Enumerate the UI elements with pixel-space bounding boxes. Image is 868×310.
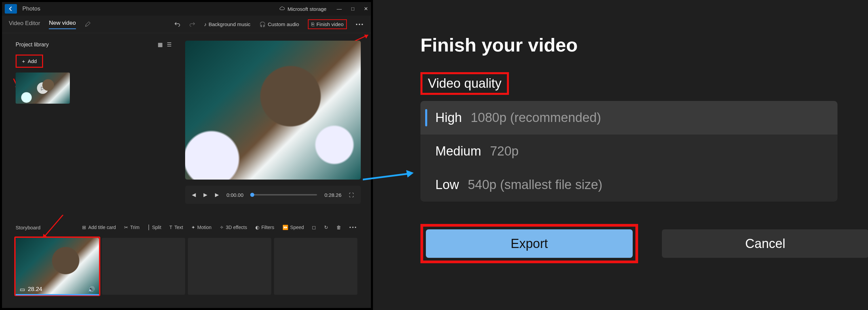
finish-video-dialog: Finish your video Video quality High 108…	[373, 0, 868, 310]
cancel-button[interactable]: Cancel	[662, 229, 868, 258]
storage-indicator[interactable]: Microsoft storage	[279, 6, 327, 12]
tab-bar: Video Editor New video ♪Background music…	[2, 16, 371, 33]
titlebar: Photos Microsoft storage — □ ✕	[2, 2, 371, 16]
project-library-panel: Project library ▦ ☰ + Add ▷	[2, 33, 185, 220]
storyboard-empty-slot[interactable]	[102, 238, 185, 295]
quality-option-high[interactable]: High 1080p (recommended)	[420, 101, 837, 135]
split-button[interactable]: ⎮ Split	[147, 225, 161, 230]
time-current: 0:00.00	[226, 192, 243, 198]
storyboard-empty-slot[interactable]	[188, 238, 271, 295]
play-button[interactable]: ▶	[203, 192, 208, 198]
3d-effects-button[interactable]: ✧ 3D effects	[220, 225, 247, 230]
quality-options-list: High 1080p (recommended) Medium 720p Low…	[420, 101, 837, 202]
redo-button[interactable]	[189, 21, 195, 27]
time-total: 0:28.26	[324, 192, 341, 198]
undo-button[interactable]	[174, 21, 180, 27]
video-preview[interactable]	[185, 41, 361, 180]
rename-icon[interactable]	[85, 22, 90, 27]
fullscreen-button[interactable]: ⛶	[349, 192, 354, 198]
annotation-arrow-icon	[363, 169, 417, 183]
background-music-button[interactable]: ♪Background music	[204, 21, 251, 27]
storyboard-toolbar: Storyboard ⊞ Add title card ✂ Trim ⎮ Spl…	[2, 220, 371, 235]
photos-video-editor: Photos Microsoft storage — □ ✕ Video Edi…	[0, 0, 373, 310]
preview-panel: ◀ ▶ ▶ 0:00.00 0:28.26 ⛶	[185, 33, 371, 220]
storyboard-more-button[interactable]: •••	[349, 225, 357, 230]
clip-duration: 28.24	[28, 286, 42, 293]
crop-button[interactable]: ◻	[312, 225, 316, 230]
back-button[interactable]	[5, 4, 17, 14]
storyboard-empty-slot[interactable]	[274, 238, 357, 295]
filters-button[interactable]: ◐ Filters	[255, 225, 274, 230]
app-title: Photos	[22, 5, 40, 12]
quality-option-medium[interactable]: Medium 720p	[420, 135, 837, 168]
speed-button[interactable]: ⏩ Speed	[282, 225, 304, 230]
list-view-icon[interactable]: ☰	[167, 41, 172, 48]
play-icon: ▷	[37, 82, 48, 94]
plus-icon: +	[22, 58, 25, 64]
library-clip-thumbnail[interactable]: ▷	[16, 73, 70, 104]
motion-button[interactable]: ✦ Motion	[191, 225, 212, 230]
dialog-title: Finish your video	[420, 34, 868, 56]
tab-new-video[interactable]: New video	[49, 20, 76, 29]
add-media-button[interactable]: + Add	[17, 56, 41, 66]
arrow-left-icon	[8, 6, 14, 12]
next-frame-button[interactable]: ▶	[215, 192, 219, 198]
seek-bar[interactable]	[251, 194, 317, 195]
delete-button[interactable]: 🗑	[336, 225, 341, 230]
export-button[interactable]: Export	[426, 229, 633, 258]
svg-line-6	[363, 173, 410, 180]
volume-icon[interactable]: 🔊	[88, 286, 95, 293]
text-button[interactable]: T Text	[170, 225, 183, 230]
cloud-icon	[279, 6, 285, 12]
close-button[interactable]: ✕	[364, 6, 368, 12]
prev-frame-button[interactable]: ◀	[192, 192, 196, 198]
project-library-title: Project library	[16, 42, 49, 48]
grid-view-icon[interactable]: ▦	[158, 41, 163, 48]
storyboard-clips: ▭ 28.24 🔊	[2, 235, 371, 295]
aspect-icon: ▭	[20, 286, 25, 293]
quality-option-low[interactable]: Low 540p (smallest file size)	[420, 168, 837, 202]
maximize-button[interactable]: □	[351, 6, 354, 12]
player-controls: ◀ ▶ ▶ 0:00.00 0:28.26 ⛶	[185, 186, 361, 204]
more-button[interactable]: •••	[356, 21, 364, 27]
storyboard-label: Storyboard	[16, 225, 40, 230]
rotate-button[interactable]: ↻	[324, 225, 328, 230]
custom-audio-button[interactable]: 🎧Custom audio	[259, 21, 299, 27]
storyboard-clip[interactable]: ▭ 28.24 🔊	[16, 238, 99, 295]
video-quality-label: Video quality	[422, 74, 507, 93]
add-title-card-button[interactable]: ⊞ Add title card	[82, 225, 116, 230]
svg-marker-7	[406, 170, 414, 178]
trim-button[interactable]: ✂ Trim	[124, 225, 139, 230]
tab-video-editor[interactable]: Video Editor	[9, 20, 40, 29]
finish-video-button[interactable]: ⎘Finish video	[308, 19, 347, 29]
minimize-button[interactable]: —	[337, 6, 342, 12]
